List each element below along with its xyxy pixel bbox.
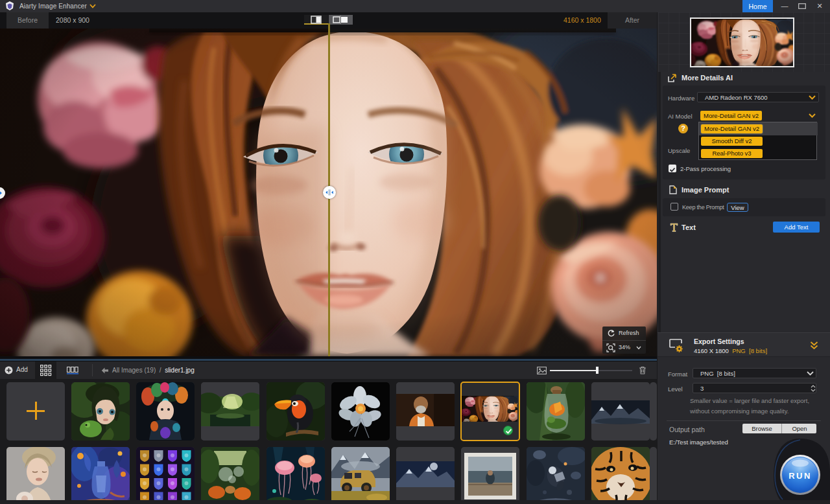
svg-text:RUN: RUN xyxy=(788,471,812,481)
